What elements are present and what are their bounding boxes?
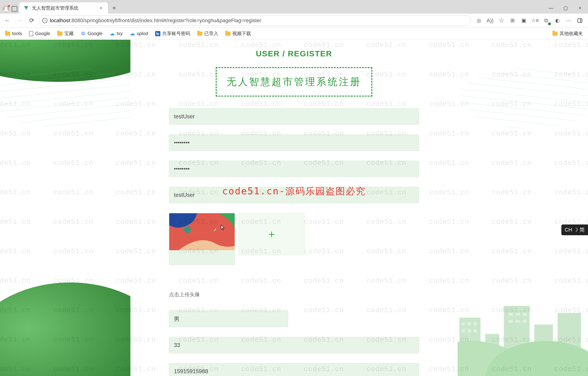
bookmark-overflow-folder[interactable]: 其他收藏夹 (550, 30, 585, 38)
titlebar: 无人智慧超市管理系统 × + — ▢ × (0, 0, 588, 14)
profile-avatar-icon[interactable] (3, 6, 9, 12)
bookmark-folder-imported[interactable]: 已导入 (195, 30, 220, 38)
bookmark-shared-account[interactable]: fp共享账号密码 (153, 30, 193, 38)
svg-point-23 (184, 226, 191, 233)
svg-rect-18 (523, 313, 527, 316)
page-icon (29, 31, 33, 36)
register-panel: USER / REGISTER 无人智慧超市管理系统注册 (130, 40, 458, 376)
browser-tab[interactable]: 无人智慧超市管理系统 × (19, 2, 108, 14)
folder-icon (57, 32, 63, 36)
bookmark-uplod[interactable]: ☁uplod (127, 30, 150, 38)
age-input[interactable] (169, 337, 419, 353)
new-tab-button[interactable]: + (108, 2, 120, 14)
site-info-icon[interactable]: i (42, 18, 47, 23)
page-header-small: USER / REGISTER (130, 49, 458, 58)
folder-icon (197, 32, 202, 36)
password-confirm-input[interactable] (169, 161, 419, 177)
svg-rect-17 (515, 313, 520, 316)
svg-rect-21 (523, 320, 527, 323)
window-minimize-button[interactable]: — (544, 2, 558, 14)
cloud-icon: ☁ (110, 31, 115, 37)
url-input[interactable]: i localhost:8080/springbootniyfl/front/d… (39, 15, 471, 26)
plus-icon: ＋ (266, 227, 277, 241)
app-icon: fp (155, 31, 160, 36)
svg-rect-15 (473, 329, 477, 333)
register-form: ✓ ＋ 点击上传头像 男 (169, 108, 419, 376)
window-close-button[interactable]: × (573, 2, 587, 14)
phone-input[interactable] (169, 363, 419, 376)
svg-rect-11 (468, 322, 471, 325)
upload-hint-label: 点击上传头像 (169, 291, 419, 298)
reload-button[interactable]: ⟳ (27, 15, 37, 26)
folder-icon (553, 32, 558, 36)
username-input[interactable] (169, 108, 419, 125)
split-screen-icon[interactable]: ▣ (520, 17, 528, 24)
extensions-icon[interactable]: ⊞ (509, 17, 516, 24)
forward-button[interactable]: → (14, 15, 25, 26)
tab-actions-icon[interactable] (12, 6, 17, 12)
bookmarks-bar: tools Google 宝藏 GGoogle ☁txy ☁uplod fp共享… (0, 28, 588, 40)
svg-rect-20 (515, 320, 520, 323)
bookmark-txy[interactable]: ☁txy (107, 30, 125, 38)
collections-icon[interactable]: ⧉ (542, 17, 550, 24)
svg-text:✓: ✓ (213, 227, 217, 232)
password-input[interactable] (169, 134, 419, 151)
menu-button[interactable]: ⋯ (565, 17, 573, 24)
avatar-uploader-row: ✓ ＋ (169, 213, 419, 265)
tab-close-button[interactable]: × (98, 5, 104, 11)
folder-icon (5, 32, 10, 36)
page-viewport: code51.cncode51.cncode51.cncode51.cncode… (0, 40, 588, 376)
bookmark-folder-videos[interactable]: 视频下载 (223, 30, 253, 38)
url-text: localhost:8080/springbootniyfl/front/dis… (50, 18, 261, 24)
avatar-thumbnail[interactable]: ✓ (169, 213, 235, 265)
browser-profile-icon[interactable]: ◐ (553, 17, 561, 24)
sidebar-toggle-icon[interactable] (576, 17, 584, 24)
svg-rect-12 (473, 322, 477, 325)
tab-title: 无人智慧超市管理系统 (32, 5, 95, 11)
gender-select[interactable]: 男 (169, 310, 288, 327)
folder-icon (225, 32, 231, 36)
tracking-icon[interactable]: ◎ (475, 17, 483, 24)
window-maximize-button[interactable]: ▢ (558, 2, 573, 14)
cloud-icon: ☁ (130, 31, 135, 37)
ime-indicator[interactable]: CH ☽ 简 (561, 225, 588, 235)
back-button[interactable]: ← (2, 15, 13, 26)
google-icon: G (81, 31, 86, 36)
svg-rect-14 (468, 329, 471, 333)
page-title: 无人智慧超市管理系统注册 (227, 75, 361, 88)
svg-rect-13 (462, 329, 465, 333)
svg-rect-10 (462, 322, 465, 325)
svg-rect-0 (578, 19, 582, 22)
avatar-upload-button[interactable]: ＋ (239, 213, 304, 255)
bookmark-google-page[interactable]: Google (27, 30, 52, 37)
avatar-preview-image: ✓ (169, 213, 235, 250)
watermark-warning-text: code51.cn-源码乐园盗图必究 (222, 185, 366, 198)
favorites-list-icon[interactable]: ☆≡ (531, 17, 539, 24)
svg-rect-16 (509, 313, 513, 316)
read-aloud-icon[interactable]: A)) (486, 17, 494, 24)
bookmark-folder-treasure[interactable]: 宝藏 (55, 30, 76, 38)
address-bar: ← → ⟳ i localhost:8080/springbootniyfl/f… (0, 14, 588, 28)
bookmark-google[interactable]: GGoogle (78, 30, 105, 37)
favorite-star-icon[interactable]: ☆ (497, 17, 505, 24)
bookmark-folder-tools[interactable]: tools (3, 30, 24, 37)
vue-favicon-icon (23, 5, 29, 11)
page-header-box: 无人智慧超市管理系统注册 (216, 67, 372, 97)
svg-rect-19 (509, 320, 513, 323)
